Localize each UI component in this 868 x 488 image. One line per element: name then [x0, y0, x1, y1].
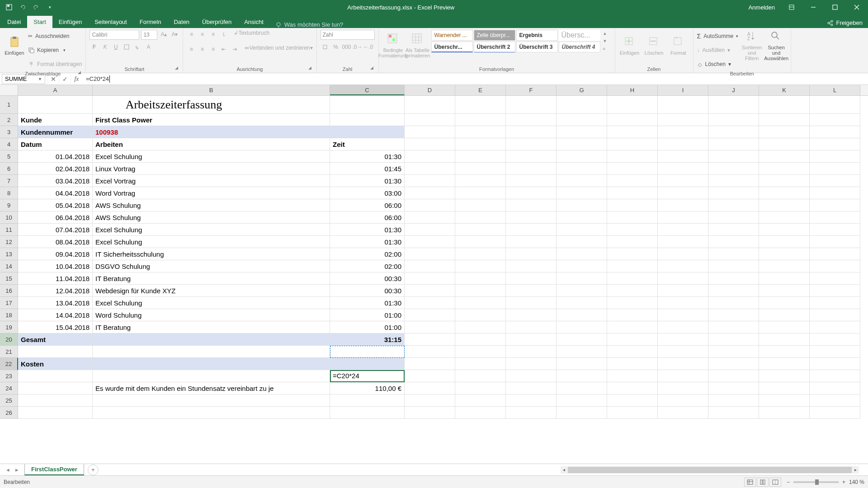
row-header-25[interactable]: 25 — [0, 394, 18, 407]
style-h3[interactable]: Überschrift 3 — [516, 42, 558, 52]
col-header-a[interactable]: A — [18, 85, 93, 95]
align-center-button[interactable]: ≡ — [198, 45, 207, 54]
clipboard-launcher-icon[interactable]: ◢ — [76, 70, 82, 75]
col-header-b[interactable]: B — [93, 85, 330, 95]
comma-button[interactable]: 000 — [342, 42, 351, 52]
row-header-2[interactable]: 2 — [0, 114, 18, 126]
number-launcher-icon[interactable]: ◢ — [369, 66, 375, 71]
format-painter-button[interactable]: Format übertragen — [28, 58, 82, 70]
redo-icon[interactable] — [31, 2, 42, 13]
row-header-13[interactable]: 13 — [0, 248, 18, 260]
percent-button[interactable]: % — [331, 42, 340, 52]
row-header-18[interactable]: 18 — [0, 309, 18, 321]
spreadsheet-grid[interactable]: A B C D E F G H I J K L 1234567891011121… — [0, 85, 868, 446]
font-color-button[interactable]: A — [144, 42, 153, 52]
row-header-20[interactable]: 20 — [0, 333, 18, 346]
style-h2[interactable]: Überschrift 2 — [474, 42, 515, 52]
horizontal-scrollbar[interactable]: ◂▸ — [561, 466, 859, 474]
close-button[interactable] — [846, 0, 867, 14]
share-button[interactable]: Freigeben — [821, 18, 868, 28]
bold-button[interactable]: F — [90, 42, 99, 52]
row-header-10[interactable]: 10 — [0, 211, 18, 224]
orientation-button[interactable]: ⤹ — [219, 30, 228, 39]
add-sheet-button[interactable]: + — [88, 465, 99, 475]
align-launcher-icon[interactable]: ◢ — [307, 66, 313, 71]
col-header-j[interactable]: J — [708, 85, 759, 95]
indent-dec-button[interactable]: ⇤ — [219, 45, 228, 54]
wrap-text-button[interactable]: ↲ Textumbruch — [234, 30, 269, 42]
align-top-button[interactable]: ≡ — [187, 30, 196, 39]
conditional-formatting-button[interactable]: Bedingte Formatierung — [382, 30, 404, 61]
sign-in-link[interactable]: Anmelden — [743, 4, 780, 11]
row-header-8[interactable]: 8 — [0, 187, 18, 199]
font-family-combo[interactable] — [90, 30, 139, 40]
tab-start[interactable]: Start — [27, 16, 52, 28]
insert-cells-button[interactable]: Einfügen — [619, 30, 641, 61]
row-header-5[interactable]: 5 — [0, 150, 18, 163]
view-pagelayout-button[interactable] — [757, 478, 769, 487]
col-header-d[interactable]: D — [405, 85, 455, 95]
align-middle-button[interactable]: ≡ — [198, 30, 207, 39]
cut-button[interactable]: ✂Ausschneiden — [28, 30, 82, 42]
paste-button[interactable]: Einfügen — [4, 30, 25, 61]
style-title[interactable]: Übersc... — [559, 30, 600, 41]
row-header-23[interactable]: 23 — [0, 370, 18, 382]
col-header-g[interactable]: G — [557, 85, 607, 95]
align-left-button[interactable]: ≡ — [187, 45, 196, 54]
col-header-c[interactable]: C — [330, 85, 405, 95]
ribbon-options-icon[interactable] — [781, 0, 802, 14]
tab-ansicht[interactable]: Ansicht — [238, 16, 270, 28]
tell-me-search[interactable]: Was möchten Sie tun? — [270, 21, 349, 28]
active-cell-c22[interactable]: =C20*24 — [330, 370, 405, 382]
style-warning[interactable]: Warnender ... — [431, 30, 473, 41]
zoom-out-button[interactable]: − — [787, 479, 790, 485]
merge-button[interactable]: ⇔ Verbinden und zentrieren ▾ — [245, 45, 312, 57]
row-header-26[interactable]: 26 — [0, 407, 18, 419]
style-result[interactable]: Ergebnis — [516, 30, 558, 41]
col-header-k[interactable]: K — [759, 85, 810, 95]
row-header-17[interactable]: 17 — [0, 297, 18, 309]
row-header-16[interactable]: 16 — [0, 285, 18, 297]
row-header-3[interactable]: 3 — [0, 126, 18, 138]
zoom-slider[interactable] — [793, 481, 839, 483]
qat-customize-icon[interactable]: ▾ — [44, 2, 55, 13]
sheet-nav-first[interactable]: ◂ — [4, 466, 12, 473]
underline-button[interactable]: U — [111, 42, 120, 52]
row-header-19[interactable]: 19 — [0, 321, 18, 333]
sheet-tab-firstclasspower[interactable]: FirstClassPower — [24, 464, 84, 475]
tab-formeln[interactable]: Formeln — [133, 16, 168, 28]
style-h4[interactable]: Überschrift 4 — [559, 42, 600, 52]
view-normal-button[interactable] — [744, 478, 756, 487]
sheet-nav-prev[interactable]: ▸ — [13, 466, 21, 473]
font-launcher-icon[interactable]: ◢ — [174, 66, 179, 71]
format-as-table-button[interactable]: Als Tabelle formatieren — [407, 30, 429, 61]
italic-button[interactable]: K — [100, 42, 109, 52]
autosum-button[interactable]: ΣAutoSumme ▾ — [697, 30, 739, 42]
col-header-f[interactable]: F — [506, 85, 557, 95]
row-header-22[interactable]: 22 — [0, 358, 18, 370]
sort-filter-button[interactable]: AZSortieren und Filtern — [741, 30, 763, 61]
row-header-9[interactable]: 9 — [0, 199, 18, 211]
find-select-button[interactable]: Suchen und Auswählen — [765, 30, 787, 61]
decrease-decimal-button[interactable]: ←.0 — [364, 42, 373, 52]
zoom-in-button[interactable]: + — [842, 479, 845, 485]
tab-uberprufen[interactable]: Überprüfen — [196, 16, 238, 28]
increase-decimal-button[interactable]: .0→ — [353, 42, 362, 52]
font-size-combo[interactable] — [141, 30, 157, 40]
copy-button[interactable]: Kopieren▾ — [28, 44, 82, 56]
align-right-button[interactable]: ≡ — [208, 45, 217, 54]
tab-datei[interactable]: Datei — [1, 16, 27, 28]
clear-button[interactable]: Löschen ▾ — [697, 58, 739, 70]
border-button[interactable] — [122, 42, 131, 52]
view-pagebreak-button[interactable] — [769, 478, 781, 487]
format-cells-button[interactable]: Format — [668, 30, 689, 61]
style-h1[interactable]: Überschr... — [431, 42, 473, 52]
row-header-12[interactable]: 12 — [0, 236, 18, 248]
row-header-21[interactable]: 21 — [0, 346, 18, 358]
tab-einfugen[interactable]: Einfügen — [52, 16, 88, 28]
minimize-button[interactable] — [803, 0, 824, 14]
row-header-15[interactable]: 15 — [0, 272, 18, 285]
row-header-24[interactable]: 24 — [0, 382, 18, 394]
fill-color-button[interactable] — [133, 42, 142, 52]
style-check[interactable]: Zelle überpr... — [474, 30, 515, 41]
